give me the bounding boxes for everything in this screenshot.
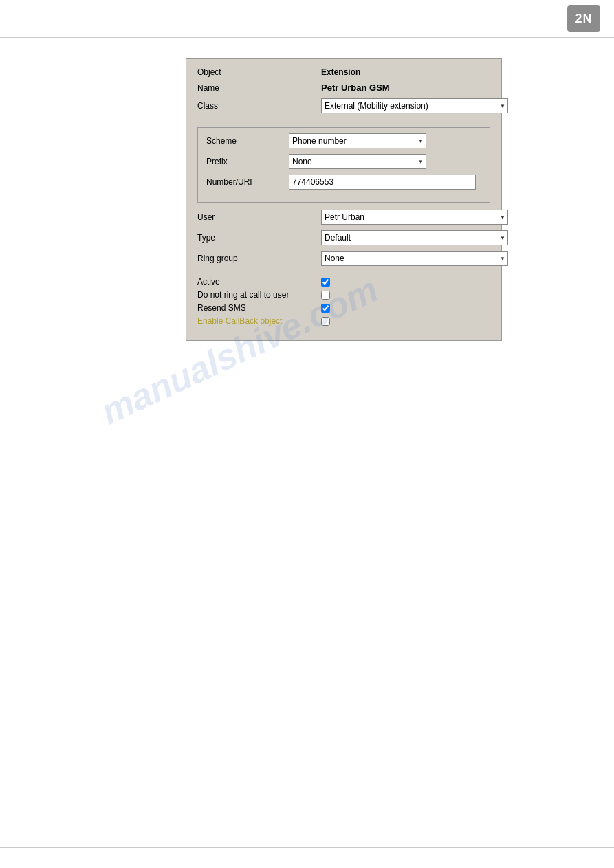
enable-callback-checkbox[interactable] [321,317,330,326]
type-select[interactable]: Default [321,230,508,245]
ring-group-label: Ring group [197,254,321,263]
active-label: Active [197,277,321,287]
enable-callback-label: Enable CallBack object [197,316,321,326]
user-label: User [197,212,321,222]
object-label: Object [197,67,321,77]
name-label: Name [197,83,321,93]
sub-panel: Scheme Phone number Prefix None Number/U… [197,127,490,203]
prefix-select-wrapper[interactable]: None [289,154,426,169]
do-not-ring-row: Do not ring at call to user [197,290,490,300]
number-uri-label: Number/URI [206,177,289,187]
class-select[interactable]: External (Mobility extension) [321,98,508,113]
do-not-ring-label: Do not ring at call to user [197,290,321,300]
form-panel: Object Extension Name Petr Urban GSM Cla… [186,58,502,341]
active-row: Active [197,277,490,287]
object-value: Extension [321,67,360,77]
resend-sms-checkbox[interactable] [321,304,330,313]
class-row: Class External (Mobility extension) [197,98,490,113]
prefix-select[interactable]: None [289,154,426,169]
enable-callback-row: Enable CallBack object [197,316,490,326]
scheme-row: Scheme Phone number [206,133,481,148]
user-row: User Petr Urban [197,210,490,225]
type-select-wrapper[interactable]: Default [321,230,508,245]
type-row: Type Default [197,230,490,245]
scheme-select-wrapper[interactable]: Phone number [289,133,426,148]
number-uri-input[interactable] [289,175,476,190]
prefix-label: Prefix [206,157,289,166]
resend-sms-label: Resend SMS [197,303,321,313]
type-label: Type [197,233,321,243]
top-bar: 2N [0,0,614,38]
main-content: Object Extension Name Petr Urban GSM Cla… [0,38,614,341]
logo: 2N [567,5,600,32]
ring-group-row: Ring group None [197,251,490,266]
ring-group-select-wrapper[interactable]: None [321,251,508,266]
scheme-label: Scheme [206,136,289,146]
prefix-row: Prefix None [206,154,481,169]
number-uri-row: Number/URI [206,175,481,190]
name-value: Petr Urban GSM [321,82,390,93]
class-label: Class [197,101,321,111]
user-select[interactable]: Petr Urban [321,210,508,225]
bottom-bar [0,847,614,868]
resend-sms-row: Resend SMS [197,303,490,313]
object-row: Object Extension [197,67,490,77]
ring-group-select[interactable]: None [321,251,508,266]
class-select-wrapper[interactable]: External (Mobility extension) [321,98,508,113]
user-select-wrapper[interactable]: Petr Urban [321,210,508,225]
active-checkbox[interactable] [321,278,330,287]
scheme-select[interactable]: Phone number [289,133,426,148]
name-row: Name Petr Urban GSM [197,82,490,93]
do-not-ring-checkbox[interactable] [321,291,330,300]
